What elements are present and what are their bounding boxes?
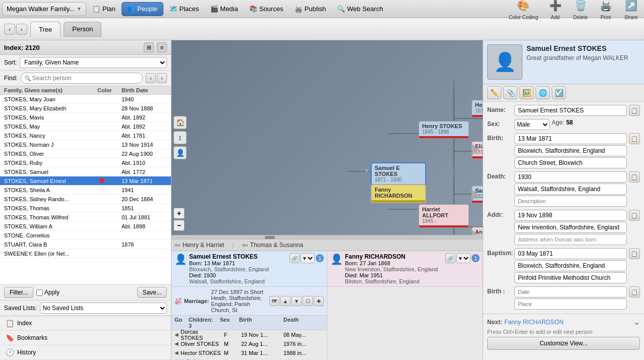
customize-view-btn[interactable]: Customize View... — [487, 337, 640, 350]
birth2-copy-btn[interactable]: 📋 — [629, 286, 640, 297]
edit-tool-btn[interactable]: ✏️ — [487, 86, 501, 99]
person-list-item[interactable]: STOKES, Mary Joan1940 — [0, 95, 171, 104]
person-list-item[interactable]: STOKES, MavisAbt. 1892 — [0, 113, 171, 122]
child-row-dorcas[interactable]: ◀ Dorcas STOKES F 19 Nov 1... 08 May... — [171, 330, 327, 339]
addr-place-input[interactable] — [514, 222, 627, 233]
person-list-item[interactable]: STOKES, SamuelAbt. 1772 — [0, 167, 171, 176]
menu-publish[interactable]: 🖨️ Publish — [289, 2, 331, 16]
child-row-oliver[interactable]: ◀ Oliver STOKES M 22 Aug 1... 1976 in... — [171, 339, 327, 348]
gallery-tool-btn[interactable]: 🖼️ — [519, 86, 534, 99]
death-desc-input[interactable] — [514, 196, 627, 207]
person-list-item[interactable]: STOKES, Sidney Rando...20 Dec 1884 — [0, 195, 171, 204]
marriage-add-btn[interactable]: ✚ — [314, 296, 324, 306]
baptism-copy-btn[interactable]: 📋 — [629, 248, 640, 259]
samuel-link-btn[interactable]: 🔗 — [289, 253, 300, 263]
death-date-input[interactable] — [514, 171, 627, 183]
web-tool-btn[interactable]: 🌐 — [536, 86, 550, 99]
task-tool-btn[interactable]: ☑️ — [552, 86, 566, 99]
zoom-in-btn[interactable]: + — [173, 208, 185, 219]
tree-home-tool[interactable]: 🏠 — [173, 116, 187, 129]
add-tool[interactable]: ➕ Add — [544, 0, 566, 21]
sort-select[interactable]: Family, Given Name — [20, 57, 167, 68]
color-coding-tool[interactable]: 🎨 Color Coding — [506, 0, 541, 21]
person-list-item[interactable]: STOKES, William AAbt. 1898 — [0, 222, 171, 231]
tab-person[interactable]: Person — [64, 22, 101, 37]
marriage-up-btn[interactable]: ▲ — [280, 296, 290, 306]
name-copy-btn[interactable]: 📋 — [629, 105, 640, 116]
birth-place1-input[interactable] — [514, 145, 627, 156]
menu-plan[interactable]: 📋 Plan — [87, 2, 121, 16]
family-tab-icon-right[interactable]: ⇦ — [242, 241, 248, 249]
tree-node-henry-junior[interactable]: Henry STOKES 1845 - 1898 — [419, 121, 469, 139]
nav-back-btn[interactable]: ‹ — [4, 24, 15, 35]
tree-person-tool[interactable]: 👤 — [173, 146, 187, 159]
samuel-select[interactable]: ▾ — [301, 253, 315, 263]
family-tab-icon-left[interactable]: ⇦ — [174, 241, 181, 249]
thomas-susanna-tab[interactable]: Thomas & Susanna — [250, 242, 303, 249]
person-list-item[interactable]: STOKES, Thomas1851 — [0, 204, 171, 213]
child-row-hector[interactable]: ◀ Hector STOKES M 31 Mar 1... 1988 in... — [171, 348, 327, 357]
person-photo[interactable]: 👤 — [487, 44, 522, 80]
birth-date-input[interactable] — [514, 133, 627, 144]
attach-tool-btn[interactable]: 📎 — [503, 86, 517, 99]
birth2-date-input[interactable] — [514, 286, 627, 297]
henry-harriet-tab[interactable]: Henry & Harriet — [183, 242, 224, 249]
index-view-icon2[interactable]: ≡ — [157, 42, 167, 52]
find-prev-btn[interactable]: ‹ — [146, 73, 156, 83]
filter-button[interactable]: Filter... — [4, 287, 33, 298]
person-list-item[interactable]: STONE, Cornelius — [0, 231, 171, 240]
addr-date-input[interactable] — [514, 210, 627, 221]
person-list-item[interactable]: STOKES, Norman J13 Nov 1914 — [0, 140, 171, 149]
index-view-icon1[interactable]: ⊞ — [144, 42, 154, 52]
next-person-name[interactable]: Fanny RICHARDSON — [504, 319, 563, 326]
marriage-edit-btn[interactable]: ☐ — [303, 296, 313, 306]
name-input[interactable] — [514, 105, 627, 116]
tree-arrows-tool[interactable]: ↕ — [173, 131, 187, 144]
death-place-input[interactable] — [514, 184, 627, 195]
person-list-item[interactable]: STOKES, Mary Elizabeth28 Nov 1888 — [0, 104, 171, 113]
menu-sources[interactable]: 📚 Sources — [244, 2, 288, 16]
person-list-item[interactable]: STUART, Clara B1878 — [0, 240, 171, 249]
add-child-link[interactable]: Add Child... — [171, 357, 327, 360]
marriage-down-btn[interactable]: ▼ — [291, 296, 302, 306]
marriage-map-btn[interactable]: 🗺 — [269, 296, 279, 306]
addr-copy-btn[interactable]: 📋 — [629, 210, 640, 221]
person-list-item[interactable]: STOKES, Oliver22 Aug 1900 — [0, 149, 171, 158]
apply-checkbox[interactable] — [36, 289, 43, 296]
addr-desc-input[interactable] — [514, 234, 627, 245]
zoom-out-btn[interactable]: − — [173, 220, 185, 231]
person-list-item[interactable]: STOKES, Thomas Wilfred01 Jul 1881 — [0, 213, 171, 222]
person-list-item[interactable]: STOKES, Sheila A1941 — [0, 186, 171, 195]
go-dorcas-icon[interactable]: ◀ — [174, 332, 179, 337]
birth-place2-input[interactable] — [514, 157, 627, 168]
samuel-allport-expand-arrow[interactable] — [472, 189, 479, 203]
print-tool[interactable]: 🖨️ Print — [595, 0, 617, 21]
saved-lists-select[interactable]: No Saved Lists — [40, 303, 167, 314]
tree-node-fanny[interactable]: Fanny RICHARDSON — [371, 184, 426, 203]
share-tool[interactable]: ↗️ Share — [620, 0, 642, 21]
fanny-link-btn[interactable]: 🔗 — [445, 253, 455, 263]
menu-media[interactable]: 🎬 Media — [205, 2, 243, 16]
next-expand-arrow[interactable]: ⌄ — [633, 317, 640, 327]
menu-places[interactable]: 🗺️ Places — [164, 2, 204, 16]
person-list-item[interactable]: STOKES, MayAbt. 1892 — [0, 122, 171, 131]
nav-index[interactable]: 📋 Index — [0, 316, 171, 331]
find-next-btn[interactable]: › — [157, 73, 167, 83]
delete-tool[interactable]: 🗑️ Delete — [569, 0, 592, 21]
baptism-church-input[interactable] — [514, 272, 627, 283]
tree-node-harriet[interactable]: Harriet ALLPORT 1845 - — [419, 204, 469, 228]
baptism-date-input[interactable] — [514, 248, 627, 259]
menu-people[interactable]: 👥 People — [122, 2, 163, 16]
person-list-item[interactable]: SWEENEY, Ellen (or Nel... — [0, 249, 171, 258]
person-list-item[interactable]: STOKES, NancyAbt. 1781 — [0, 131, 171, 140]
tree-node-henry-senior[interactable]: Henry STOKES 1813 - 1898 — [472, 100, 483, 117]
tree-node-samuel-e[interactable]: ▼ Samuel E STOKES 1871 - 1930 — [371, 162, 426, 187]
nav-forward-btn[interactable]: › — [16, 24, 27, 35]
menu-websearch[interactable]: 🔍 Web Search — [332, 2, 388, 16]
person-list-item[interactable]: STOKES, Samuel Ernest13 Mar 1871 — [0, 176, 171, 186]
sex-select[interactable]: Male Female — [514, 119, 550, 130]
ann-fletcher-expand-arrow[interactable] — [472, 229, 479, 235]
birth2-place-input[interactable] — [514, 298, 627, 310]
go-oliver-icon[interactable]: ◀ — [174, 341, 179, 346]
death-copy-btn[interactable]: 📋 — [629, 171, 640, 183]
